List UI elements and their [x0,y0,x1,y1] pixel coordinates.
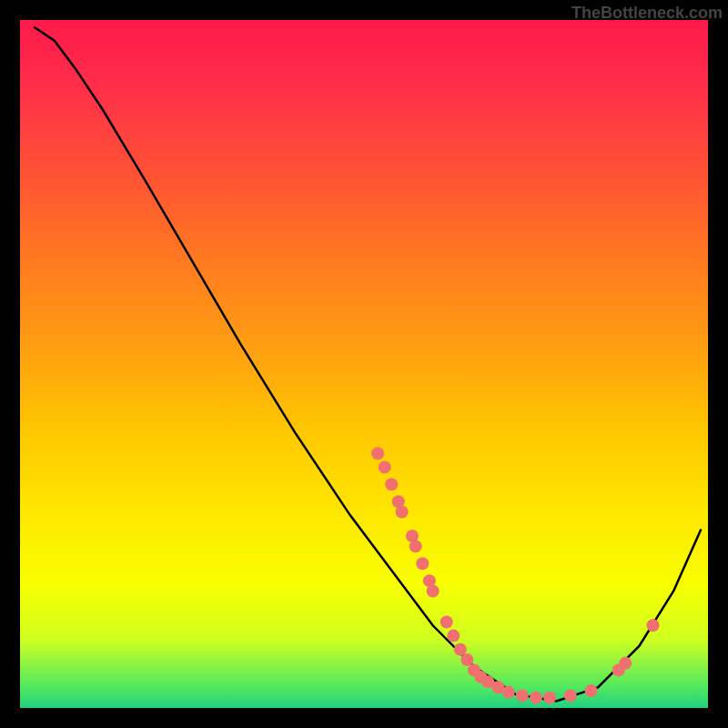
data-point [475,671,488,683]
data-point [385,478,398,490]
plot-area [20,20,708,708]
data-point [647,619,660,632]
data-point [410,540,422,552]
data-point [619,657,632,670]
bottleneck-curve [34,27,701,702]
curve-layer [34,27,701,702]
data-point [491,681,504,693]
data-point [416,557,429,570]
chart-container: TheBottleneck.com [0,0,728,728]
data-point [612,663,625,676]
data-point [584,684,597,697]
data-point [379,460,391,473]
data-point [516,689,529,702]
data-point [460,653,473,666]
data-point [392,495,405,508]
data-point [427,584,440,597]
data-point [396,506,409,519]
data-point [447,630,460,642]
data-point [454,643,467,656]
chart-svg [20,20,708,708]
watermark-text: TheBottleneck.com [571,4,723,23]
data-point [423,574,436,587]
data-point [481,675,494,688]
data-point [406,530,419,542]
data-point [543,692,556,704]
data-point [564,689,577,702]
data-point [468,663,480,676]
scatter-layer [371,447,659,703]
data-point [530,692,542,704]
data-point [440,616,453,629]
data-point [371,447,384,460]
data-point [502,686,515,699]
